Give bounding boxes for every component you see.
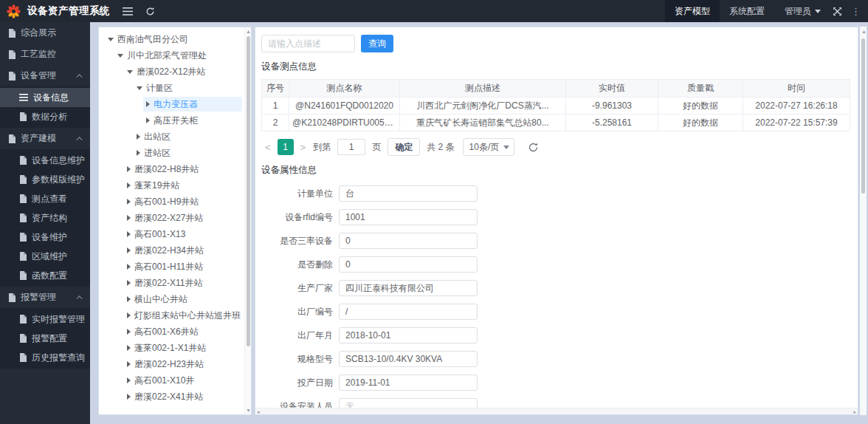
caret-right-icon[interactable] [127,377,131,383]
caret-right-icon[interactable] [127,329,131,335]
page-size-select[interactable]: 10条/页 [463,138,515,156]
sidebar-subitem-4-0[interactable]: 实时报警管理 [0,310,90,329]
caret-down-icon[interactable] [127,70,133,74]
caret-right-icon[interactable] [127,182,131,188]
tree-node-15[interactable]: 磨溪022-X11井站 [99,275,251,291]
tree-node-10[interactable]: 高石001-H9井站 [99,194,251,210]
sidebar-subitem-3-2[interactable]: 测点查看 [0,189,90,208]
tree-node-6[interactable]: 出站区 [99,129,251,145]
tree-scrollbar[interactable]: ▲ ▼ [244,27,251,414]
hscroll-right-icon[interactable]: ▸ [853,408,856,415]
sidebar-collapse-icon[interactable] [123,7,133,16]
tree-node-content[interactable]: 磨溪022-X11井站 [124,276,242,290]
tree-node-22[interactable]: 磨溪022-X41井站 [99,389,251,405]
tree-node-11[interactable]: 磨溪022-X27井站 [99,210,251,226]
tree-node-5[interactable]: 高压开关柜 [99,112,251,129]
caret-right-icon[interactable] [127,199,131,205]
tree-node-7[interactable]: 进站区 [99,145,251,161]
caret-right-icon[interactable] [127,296,131,302]
tree-node-content[interactable]: 计量区 [134,81,242,95]
field-input-3[interactable]: 0 [339,256,478,273]
tree-node-content[interactable]: 高石001-X10井 [124,373,242,388]
tree-node-1[interactable]: 川中北部采气管理处 [99,47,251,64]
tree-node-21[interactable]: 高石001-X10井 [99,372,251,389]
tree-node-2[interactable]: 磨溪022-X12井站 [99,64,251,80]
caret-down-icon[interactable] [137,86,142,90]
sidebar-subitem-4-2[interactable]: 历史报警查询 [0,348,90,367]
sidebar-item-1[interactable]: 工艺监控 [0,44,90,65]
tree-node-content[interactable]: 磨溪022-H23井站 [124,357,242,372]
table-row-1[interactable]: 2@K210248PDIRTU00512_重庆气矿长寿运销部集气总站80...-… [262,114,850,131]
tree-node-4[interactable]: 电力变压器 [99,96,251,112]
tree-node-17[interactable]: 灯影组末站中心井站巡井班 [99,307,251,324]
table-row-0[interactable]: 1@N241601FQD0012020川西北广元剑阁净化厂DCS蒸汽...-9.… [262,98,850,114]
main-vertical-scrollbar[interactable]: ▲ [860,27,867,415]
tree-node-content[interactable]: 高压开关柜 [143,113,242,128]
caret-right-icon[interactable] [127,361,131,367]
caret-right-icon[interactable] [127,166,131,172]
caret-right-icon[interactable] [127,231,131,237]
tree-node-19[interactable]: 蓬莱002-1-X1井站 [99,340,251,356]
sidebar-item-0[interactable]: 综合展示 [0,22,90,44]
tab-asset-model[interactable]: 资产模型 [665,0,720,22]
sidebar-item-2[interactable]: 设备管理 [0,65,90,86]
tree-node-content[interactable]: 高石001-H11井站 [124,259,242,274]
sidebar-subitem-3-5[interactable]: 区域维护 [0,247,90,266]
sidebar-subitem-3-6[interactable]: 函数配置 [0,266,90,285]
caret-right-icon[interactable] [127,345,131,351]
field-input-1[interactable]: 1001 [339,209,478,225]
sidebar-subitem-3-4[interactable]: 设备维护 [0,228,90,247]
vscroll-up-icon[interactable]: ▲ [861,29,867,34]
tree-node-18[interactable]: 高石001-X6井站 [99,324,251,340]
field-input-7[interactable]: SCB13-10/0.4KV 30KVA [339,351,478,367]
field-input-8[interactable]: 2019-11-01 [339,375,478,391]
tree-node-content[interactable]: 高石001-X6井站 [124,324,242,339]
caret-right-icon[interactable] [137,134,140,140]
tree-node-content[interactable]: 磨溪022-H8井站 [124,162,242,177]
field-input-6[interactable]: 2018-10-01 [339,327,478,343]
tree-node-content[interactable]: 磨溪022-H34井站 [124,243,242,258]
sidebar-subitem-3-1[interactable]: 参数模版维护 [0,170,90,189]
tree-scrollbar-thumb[interactable] [247,36,250,346]
sidebar-item-4[interactable]: 报警管理 [0,287,90,308]
tree-node-content[interactable]: 川中北部采气管理处 [114,48,242,63]
tree-scroll-down-icon[interactable]: ▼ [246,408,251,413]
query-button[interactable]: 查询 [361,35,393,52]
current-page-button[interactable]: 1 [278,139,294,155]
goto-confirm-button[interactable]: 确定 [388,138,420,156]
caret-right-icon[interactable] [127,264,131,270]
tree-node-content[interactable]: 进站区 [134,146,242,160]
tree-node-content[interactable]: 蓬莱19井站 [124,178,242,193]
main-horizontal-scrollbar[interactable]: ◂ ▸ [255,408,858,414]
hscroll-left-icon[interactable]: ◂ [257,408,260,415]
tree-node-content[interactable]: 磨溪022-X12井站 [124,64,242,79]
caret-right-icon[interactable] [127,247,131,253]
caret-right-icon[interactable] [146,101,150,107]
tree-node-0[interactable]: 西南油气田分公司 [99,31,251,47]
tree-node-content[interactable]: 电力变压器 [143,97,242,112]
caret-right-icon[interactable] [146,117,150,123]
tree-node-content[interactable]: 出站区 [134,129,242,144]
caret-right-icon[interactable] [127,394,131,400]
tree-node-content[interactable]: 磨溪022-X27井站 [124,211,242,225]
sidebar-subitem-4-1[interactable]: 报警配置 [0,329,90,348]
tree-node-12[interactable]: 高石001-X13 [99,226,251,242]
sidebar-subitem-3-3[interactable]: 资产结构 [0,208,90,228]
tree-node-8[interactable]: 磨溪022-H8井站 [99,161,251,177]
tree-node-content[interactable]: 横山中心井站 [124,292,242,307]
caret-down-icon[interactable] [108,38,114,41]
point-description-search-input[interactable] [261,35,355,52]
tab-system-config[interactable]: 系统配置 [720,0,774,22]
tree-node-16[interactable]: 横山中心井站 [99,291,251,307]
tree-node-content[interactable]: 高石001-H9井站 [124,194,242,209]
goto-page-input[interactable] [337,139,365,155]
tree-node-content[interactable]: 灯影组末站中心井站巡井班 [124,308,242,323]
tree-node-content[interactable]: 西南油气田分公司 [105,32,242,47]
tree-node-content[interactable]: 高石001-X13 [124,227,242,242]
prev-page-icon[interactable]: < [261,142,275,153]
tree-node-content[interactable]: 磨溪022-X41井站 [124,389,242,404]
caret-down-icon[interactable] [117,54,123,58]
tree-node-3[interactable]: 计量区 [99,80,251,96]
field-input-4[interactable]: 四川正泰科技有限公司 [339,280,478,296]
tree-node-13[interactable]: 磨溪022-H34井站 [99,242,251,259]
